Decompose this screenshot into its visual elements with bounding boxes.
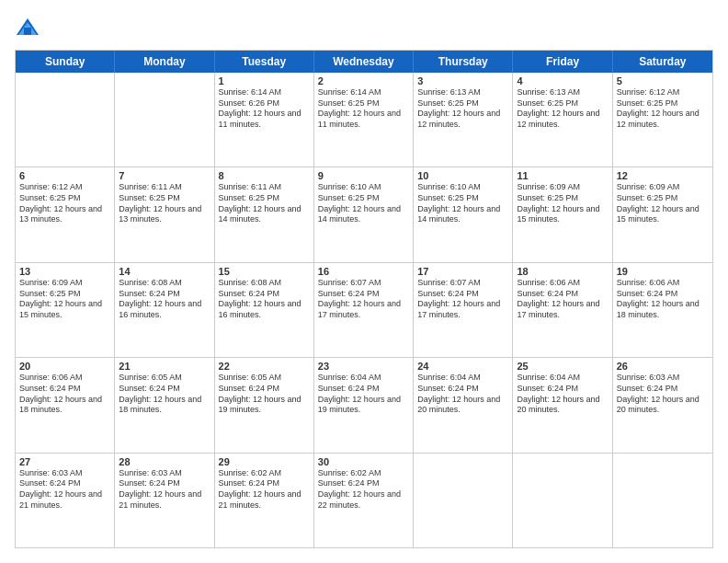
- calendar-header-monday: Monday: [115, 51, 214, 73]
- calendar-cell-22: 22Sunrise: 6:05 AM Sunset: 6:24 PM Dayli…: [215, 358, 314, 452]
- day-number: 27: [19, 456, 110, 467]
- sun-info: Sunrise: 6:03 AM Sunset: 6:24 PM Dayligh…: [119, 468, 210, 511]
- sun-info: Sunrise: 6:12 AM Sunset: 6:25 PM Dayligh…: [19, 182, 110, 225]
- sun-info: Sunrise: 6:04 AM Sunset: 6:24 PM Dayligh…: [417, 373, 508, 416]
- calendar-cell-25: 25Sunrise: 6:04 AM Sunset: 6:24 PM Dayli…: [513, 358, 612, 452]
- sun-info: Sunrise: 6:08 AM Sunset: 6:24 PM Dayligh…: [219, 278, 310, 321]
- day-number: 20: [19, 361, 110, 372]
- sun-info: Sunrise: 6:11 AM Sunset: 6:25 PM Dayligh…: [219, 182, 310, 225]
- calendar-cell-6: 6Sunrise: 6:12 AM Sunset: 6:25 PM Daylig…: [16, 167, 115, 261]
- calendar-cell-12: 12Sunrise: 6:09 AM Sunset: 6:25 PM Dayli…: [613, 167, 712, 261]
- header: [15, 15, 713, 40]
- calendar-cell-28: 28Sunrise: 6:03 AM Sunset: 6:24 PM Dayli…: [115, 454, 214, 547]
- calendar-header-friday: Friday: [513, 51, 612, 73]
- sun-info: Sunrise: 6:02 AM Sunset: 6:24 PM Dayligh…: [219, 468, 310, 511]
- calendar-cell-19: 19Sunrise: 6:06 AM Sunset: 6:24 PM Dayli…: [613, 263, 712, 357]
- day-number: 8: [219, 170, 310, 181]
- day-number: 17: [417, 266, 508, 277]
- calendar-cell-empty-0-1: [115, 73, 214, 167]
- calendar-cell-24: 24Sunrise: 6:04 AM Sunset: 6:24 PM Dayli…: [414, 358, 513, 452]
- day-number: 25: [517, 361, 608, 372]
- calendar-week-1: 1Sunrise: 6:14 AM Sunset: 6:26 PM Daylig…: [16, 73, 712, 167]
- day-number: 6: [19, 170, 110, 181]
- sun-info: Sunrise: 6:04 AM Sunset: 6:24 PM Dayligh…: [318, 373, 409, 416]
- calendar-cell-8: 8Sunrise: 6:11 AM Sunset: 6:25 PM Daylig…: [215, 167, 314, 261]
- sun-info: Sunrise: 6:10 AM Sunset: 6:25 PM Dayligh…: [417, 182, 508, 225]
- calendar-cell-26: 26Sunrise: 6:03 AM Sunset: 6:24 PM Dayli…: [613, 358, 712, 452]
- sun-info: Sunrise: 6:03 AM Sunset: 6:24 PM Dayligh…: [617, 373, 709, 416]
- calendar-cell-21: 21Sunrise: 6:05 AM Sunset: 6:24 PM Dayli…: [115, 358, 214, 452]
- calendar-week-4: 20Sunrise: 6:06 AM Sunset: 6:24 PM Dayli…: [16, 358, 712, 453]
- sun-info: Sunrise: 6:02 AM Sunset: 6:24 PM Dayligh…: [318, 468, 409, 511]
- sun-info: Sunrise: 6:06 AM Sunset: 6:24 PM Dayligh…: [617, 278, 709, 321]
- day-number: 12: [617, 170, 709, 181]
- day-number: 21: [119, 361, 210, 372]
- calendar-cell-9: 9Sunrise: 6:10 AM Sunset: 6:25 PM Daylig…: [314, 167, 414, 261]
- day-number: 15: [219, 266, 310, 277]
- sun-info: Sunrise: 6:13 AM Sunset: 6:25 PM Dayligh…: [417, 87, 508, 131]
- day-number: 7: [119, 170, 210, 181]
- calendar-body: 1Sunrise: 6:14 AM Sunset: 6:26 PM Daylig…: [16, 73, 712, 547]
- calendar-cell-empty-4-4: [414, 454, 513, 547]
- calendar-cell-16: 16Sunrise: 6:07 AM Sunset: 6:24 PM Dayli…: [314, 263, 414, 357]
- day-number: 2: [318, 75, 409, 86]
- day-number: 5: [617, 75, 709, 86]
- calendar-header-tuesday: Tuesday: [215, 51, 314, 73]
- page: SundayMondayTuesdayWednesdayThursdayFrid…: [0, 0, 728, 563]
- day-number: 18: [517, 266, 608, 277]
- sun-info: Sunrise: 6:03 AM Sunset: 6:24 PM Dayligh…: [19, 468, 110, 511]
- calendar-header-row: SundayMondayTuesdayWednesdayThursdayFrid…: [16, 51, 712, 73]
- day-number: 30: [318, 456, 409, 467]
- day-number: 16: [318, 266, 409, 277]
- day-number: 24: [417, 361, 508, 372]
- day-number: 23: [318, 361, 409, 372]
- calendar-cell-11: 11Sunrise: 6:09 AM Sunset: 6:25 PM Dayli…: [513, 167, 612, 261]
- calendar-week-5: 27Sunrise: 6:03 AM Sunset: 6:24 PM Dayli…: [16, 454, 712, 547]
- sun-info: Sunrise: 6:06 AM Sunset: 6:24 PM Dayligh…: [19, 373, 110, 416]
- calendar: SundayMondayTuesdayWednesdayThursdayFrid…: [15, 50, 713, 548]
- sun-info: Sunrise: 6:07 AM Sunset: 6:24 PM Dayligh…: [417, 278, 508, 321]
- calendar-cell-7: 7Sunrise: 6:11 AM Sunset: 6:25 PM Daylig…: [115, 167, 214, 261]
- calendar-header-sunday: Sunday: [16, 51, 115, 73]
- day-number: 11: [517, 170, 608, 181]
- sun-info: Sunrise: 6:11 AM Sunset: 6:25 PM Dayligh…: [119, 182, 210, 225]
- sun-info: Sunrise: 6:09 AM Sunset: 6:25 PM Dayligh…: [617, 182, 709, 225]
- calendar-cell-4: 4Sunrise: 6:13 AM Sunset: 6:25 PM Daylig…: [513, 73, 612, 167]
- sun-info: Sunrise: 6:05 AM Sunset: 6:24 PM Dayligh…: [119, 373, 210, 416]
- day-number: 14: [119, 266, 210, 277]
- logo: [15, 15, 44, 40]
- calendar-week-3: 13Sunrise: 6:09 AM Sunset: 6:25 PM Dayli…: [16, 263, 712, 358]
- calendar-header-thursday: Thursday: [414, 51, 513, 73]
- calendar-cell-17: 17Sunrise: 6:07 AM Sunset: 6:24 PM Dayli…: [414, 263, 513, 357]
- sun-info: Sunrise: 6:13 AM Sunset: 6:25 PM Dayligh…: [517, 87, 608, 131]
- sun-info: Sunrise: 6:07 AM Sunset: 6:24 PM Dayligh…: [318, 278, 409, 321]
- sun-info: Sunrise: 6:05 AM Sunset: 6:24 PM Dayligh…: [219, 373, 310, 416]
- calendar-cell-27: 27Sunrise: 6:03 AM Sunset: 6:24 PM Dayli…: [16, 454, 115, 547]
- day-number: 4: [517, 75, 608, 86]
- calendar-cell-18: 18Sunrise: 6:06 AM Sunset: 6:24 PM Dayli…: [513, 263, 612, 357]
- sun-info: Sunrise: 6:09 AM Sunset: 6:25 PM Dayligh…: [517, 182, 608, 225]
- sun-info: Sunrise: 6:12 AM Sunset: 6:25 PM Dayligh…: [617, 87, 709, 131]
- calendar-week-2: 6Sunrise: 6:12 AM Sunset: 6:25 PM Daylig…: [16, 167, 712, 262]
- sun-info: Sunrise: 6:14 AM Sunset: 6:25 PM Dayligh…: [318, 87, 409, 131]
- sun-info: Sunrise: 6:10 AM Sunset: 6:25 PM Dayligh…: [318, 182, 409, 225]
- calendar-cell-empty-4-5: [513, 454, 612, 547]
- calendar-cell-5: 5Sunrise: 6:12 AM Sunset: 6:25 PM Daylig…: [613, 73, 712, 167]
- day-number: 10: [417, 170, 508, 181]
- svg-rect-2: [24, 28, 31, 35]
- day-number: 13: [19, 266, 110, 277]
- day-number: 22: [219, 361, 310, 372]
- calendar-cell-2: 2Sunrise: 6:14 AM Sunset: 6:25 PM Daylig…: [314, 73, 414, 167]
- calendar-cell-empty-0-0: [16, 73, 115, 167]
- day-number: 3: [417, 75, 508, 86]
- calendar-header-wednesday: Wednesday: [314, 51, 414, 73]
- calendar-cell-1: 1Sunrise: 6:14 AM Sunset: 6:26 PM Daylig…: [215, 73, 314, 167]
- sun-info: Sunrise: 6:09 AM Sunset: 6:25 PM Dayligh…: [19, 278, 110, 321]
- calendar-header-saturday: Saturday: [613, 51, 712, 73]
- day-number: 26: [617, 361, 709, 372]
- day-number: 29: [219, 456, 310, 467]
- calendar-cell-23: 23Sunrise: 6:04 AM Sunset: 6:24 PM Dayli…: [314, 358, 414, 452]
- calendar-cell-30: 30Sunrise: 6:02 AM Sunset: 6:24 PM Dayli…: [314, 454, 414, 547]
- calendar-cell-14: 14Sunrise: 6:08 AM Sunset: 6:24 PM Dayli…: [115, 263, 214, 357]
- day-number: 1: [219, 75, 310, 86]
